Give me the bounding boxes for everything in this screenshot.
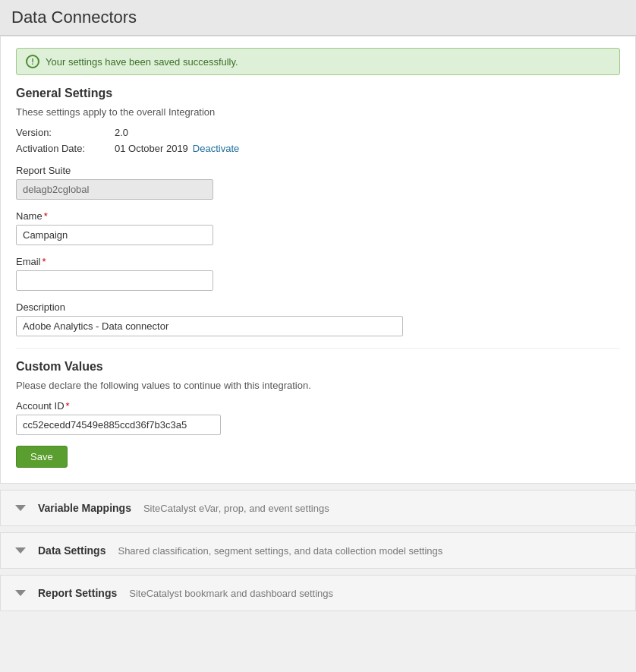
description-group: Description: [16, 301, 620, 336]
version-row: Version: 2.0: [16, 127, 620, 138]
accordion-variable-mappings-header[interactable]: Variable Mappings SiteCatalyst eVar, pro…: [1, 491, 635, 525]
name-label: Name*: [16, 210, 620, 222]
accordion-report-settings-header[interactable]: Report Settings SiteCatalyst bookmark an…: [1, 576, 635, 610]
email-required: *: [43, 256, 46, 267]
activation-date-row: Activation Date: 01 October 2019 Deactiv…: [16, 143, 620, 154]
accordion-report-settings-subtitle: SiteCatalyst bookmark and dashboard sett…: [129, 588, 333, 599]
accordion-data-settings-header[interactable]: Data Settings Shared classification, seg…: [1, 533, 635, 568]
version-value: 2.0: [115, 127, 128, 138]
success-banner: ! Your settings have been saved successf…: [16, 48, 620, 75]
description-label: Description: [16, 301, 620, 313]
accordion-variable-mappings: Variable Mappings SiteCatalyst eVar, pro…: [0, 490, 636, 526]
account-id-label: Account ID*: [16, 400, 620, 412]
accordion-report-settings: Report Settings SiteCatalyst bookmark an…: [0, 575, 636, 611]
accordion-variable-mappings-title: Variable Mappings: [38, 502, 131, 514]
custom-values-description: Please declare the following values to c…: [16, 380, 620, 391]
accordion-variable-mappings-subtitle: SiteCatalyst eVar, prop, and event setti…: [143, 503, 329, 514]
page-title: Data Connectors: [11, 8, 625, 27]
account-id-required: *: [66, 400, 70, 412]
email-input[interactable]: [16, 270, 213, 291]
activation-date-value: 01 October 2019: [115, 143, 188, 154]
description-input[interactable]: [16, 316, 403, 336]
general-settings-section: General Settings These settings apply to…: [16, 87, 620, 336]
accordion-report-settings-title: Report Settings: [38, 587, 117, 599]
page-header: Data Connectors: [0, 0, 636, 36]
accordion-data-settings: Data Settings Shared classification, seg…: [0, 532, 636, 569]
general-settings-title: General Settings: [16, 87, 620, 100]
name-group: Name*: [16, 210, 620, 245]
divider-1: [16, 348, 620, 349]
general-settings-description: These settings apply to the overall Inte…: [16, 106, 620, 118]
deactivate-link[interactable]: Deactivate: [193, 143, 239, 154]
accordion-variable-mappings-icon: [12, 500, 29, 516]
accordion-data-settings-icon: [12, 542, 29, 559]
save-button[interactable]: Save: [16, 446, 68, 468]
chevron-down-icon: [15, 590, 26, 596]
accordion-data-settings-title: Data Settings: [38, 544, 105, 557]
accordion-data-settings-subtitle: Shared classification, segment settings,…: [118, 545, 442, 557]
custom-values-title: Custom Values: [16, 360, 620, 374]
chevron-down-icon: [15, 547, 26, 554]
success-message: Your settings have been saved successful…: [46, 56, 238, 68]
success-icon: !: [26, 55, 39, 68]
activation-date-label: Activation Date:: [16, 143, 115, 154]
email-label: Email*: [16, 256, 620, 267]
main-content: ! Your settings have been saved successf…: [0, 36, 636, 484]
name-required: *: [44, 210, 48, 222]
report-suite-label: Report Suite: [16, 165, 620, 176]
account-id-group: Account ID*: [16, 400, 620, 435]
report-suite-input: [16, 179, 213, 200]
name-input[interactable]: [16, 225, 213, 245]
version-label: Version:: [16, 127, 115, 138]
report-suite-group: Report Suite: [16, 165, 620, 200]
account-id-input[interactable]: [16, 415, 221, 435]
email-group: Email*: [16, 256, 620, 291]
accordion-report-settings-icon: [12, 585, 29, 601]
chevron-down-icon: [15, 505, 26, 511]
custom-values-section: Custom Values Please declare the followi…: [16, 360, 620, 468]
